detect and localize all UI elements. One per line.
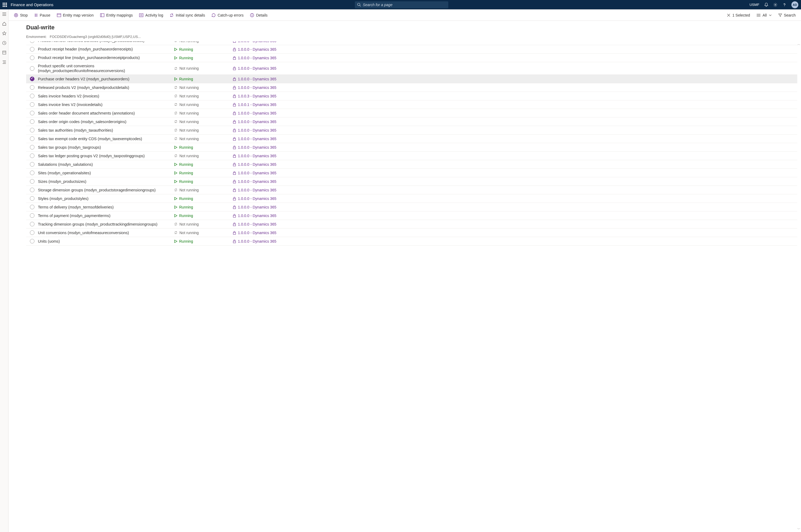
row-checkbox[interactable] [30,230,35,235]
row-version[interactable]: 1.0.0.0 - Dynamics 365 [233,66,797,71]
row-name[interactable]: Terms of delivery (msdyn_termsofdeliveri… [38,204,174,211]
row-checkbox-cell[interactable] [26,171,38,175]
global-search[interactable] [355,1,448,8]
table-row[interactable]: Product receipt line (msdyn_purchaseorde… [26,54,797,62]
row-name[interactable]: Sales order header document attachments … [38,110,174,117]
row-checkbox[interactable] [30,77,35,81]
row-name[interactable]: Sales tax exempt code entity CDS (msdyn_… [38,135,174,142]
row-checkbox-cell[interactable] [26,196,38,201]
clear-selection-icon[interactable] [727,13,730,17]
row-name[interactable]: Sales invoice headers V2 (invoices) [38,92,174,100]
row-name[interactable]: Sales invoice lines V2 (invoicedetails) [38,101,174,108]
row-checkbox-cell[interactable] [26,222,38,226]
row-checkbox[interactable] [30,102,35,107]
row-name[interactable]: Product receipt header (msdyn_purchaseor… [38,45,174,53]
row-checkbox-cell[interactable] [26,136,38,141]
row-version[interactable]: 1.0.0.0 - Dynamics 365 [233,41,797,43]
row-checkbox-cell[interactable] [26,56,38,60]
row-checkbox[interactable] [30,213,35,218]
row-version[interactable]: 1.0.0.0 - Dynamics 365 [233,111,797,115]
row-checkbox-cell[interactable] [26,77,38,81]
table-row[interactable]: Sales invoice lines V2 (invoicedetails)N… [26,100,797,109]
row-version[interactable]: 1.0.0.0 - Dynamics 365 [233,213,797,218]
row-checkbox-cell[interactable] [26,119,38,124]
row-version[interactable]: 1.0.0.0 - Dynamics 365 [233,162,797,167]
row-version[interactable]: 1.0.0.0 - Dynamics 365 [233,196,797,201]
row-checkbox-cell[interactable] [26,205,38,209]
catchup-errors-button[interactable]: Catch-up errors [211,13,244,17]
hamburger-icon[interactable] [2,12,7,17]
table-row[interactable]: Sales order origin codes (msdyn_salesord… [26,117,797,126]
row-name[interactable]: Terms of payment (msdyn_paymentterms) [38,212,174,220]
table-row[interactable]: Product receipt header (msdyn_purchaseor… [26,45,797,54]
row-checkbox-cell[interactable] [26,94,38,98]
table-row[interactable]: Styles (msdyn_productstyles)Running1.0.0… [26,194,797,203]
row-checkbox-cell[interactable] [26,41,38,43]
row-name[interactable]: Product Number Identified Barcode (msdyn… [38,41,174,44]
row-checkbox-cell[interactable] [26,239,38,244]
user-avatar[interactable]: AD [792,1,798,8]
table-row[interactable]: Sizes (msdyn_productsizes)Running1.0.0.0… [26,177,797,186]
row-checkbox[interactable] [30,41,35,43]
row-name[interactable]: Sites (msdyn_operationalsites) [38,169,174,177]
table-row[interactable]: Unit conversions (msdyn_unitofmeasurecon… [26,228,797,237]
row-name[interactable]: Tracking dimension groups (msdyn_product… [38,221,174,228]
scroll-down-icon[interactable]: ﹀ [797,527,800,531]
row-checkbox-cell[interactable] [26,162,38,167]
row-version[interactable]: 1.0.0.0 - Dynamics 365 [233,231,797,235]
table-row[interactable]: Units (uoms)Running1.0.0.0 - Dynamics 36… [26,237,797,246]
table-row[interactable]: Sales tax ledger posting groups V2 (msdy… [26,152,797,160]
row-name[interactable]: Sales tax authorities (msdyn_taxauthorit… [38,127,174,134]
row-checkbox[interactable] [30,171,35,175]
row-name[interactable]: Storage dimension groups (msdyn_products… [38,186,174,194]
row-checkbox[interactable] [30,179,35,184]
table-row[interactable]: Purchase order headers V2 (msdyn_purchas… [26,75,797,83]
activity-log-button[interactable]: Activity log [139,13,163,17]
table-row[interactable]: Terms of payment (msdyn_paymentterms)Run… [26,211,797,220]
details-button[interactable]: Details [250,13,268,17]
row-checkbox[interactable] [30,153,35,158]
row-name[interactable]: Unit conversions (msdyn_unitofmeasurecon… [38,229,174,236]
row-name[interactable]: Sales tax ledger posting groups V2 (msdy… [38,152,174,159]
row-version[interactable]: 1.0.0.0 - Dynamics 365 [233,222,797,226]
table-row[interactable]: Released products V2 (msdyn_sharedproduc… [26,83,797,92]
row-checkbox-cell[interactable] [26,188,38,192]
table-row[interactable]: Terms of delivery (msdyn_termsofdeliveri… [26,203,797,211]
table-row[interactable]: Tracking dimension groups (msdyn_product… [26,220,797,228]
row-version[interactable]: 1.0.0.0 - Dynamics 365 [233,179,797,184]
row-checkbox-cell[interactable] [26,213,38,218]
row-version[interactable]: 1.0.0.0 - Dynamics 365 [233,145,797,150]
row-version[interactable]: 1.0.0.0 - Dynamics 365 [233,137,797,141]
row-checkbox[interactable] [30,239,35,244]
row-name[interactable]: Purchase order headers V2 (msdyn_purchas… [38,75,174,83]
row-version[interactable]: 1.0.0.1 - Dynamics 365 [233,102,797,107]
table-row[interactable]: Sales order header document attachments … [26,109,797,117]
row-checkbox-cell[interactable] [26,85,38,90]
table-row[interactable]: Sales invoice headers V2 (invoices)Not r… [26,92,797,100]
global-search-input[interactable] [355,1,448,8]
row-version[interactable]: 1.0.0.0 - Dynamics 365 [233,205,797,209]
row-version[interactable]: 1.0.0.0 - Dynamics 365 [233,77,797,81]
row-name[interactable]: Sizes (msdyn_productsizes) [38,178,174,185]
row-checkbox-cell[interactable] [26,102,38,107]
row-name[interactable]: Sales order origin codes (msdyn_salesord… [38,118,174,126]
row-checkbox[interactable] [30,119,35,124]
row-checkbox[interactable] [30,128,35,132]
selection-count[interactable]: 1 Selected [727,13,750,17]
row-version[interactable]: 1.0.0.0 - Dynamics 365 [233,239,797,244]
legal-entity[interactable]: USMF [749,3,759,7]
table-row[interactable]: Sites (msdyn_operationalsites)Running1.0… [26,169,797,177]
help-icon[interactable] [782,3,787,7]
row-checkbox[interactable] [30,188,35,192]
table-row[interactable]: Sales tax exempt code entity CDS (msdyn_… [26,135,797,143]
row-checkbox[interactable] [30,47,35,52]
row-checkbox-cell[interactable] [26,66,38,71]
row-checkbox[interactable] [30,196,35,201]
table-row[interactable]: Storage dimension groups (msdyn_products… [26,186,797,194]
row-checkbox[interactable] [30,66,35,71]
home-icon[interactable] [2,21,7,26]
row-checkbox-cell[interactable] [26,47,38,52]
modules-icon[interactable] [2,60,7,64]
row-name[interactable]: Styles (msdyn_productstyles) [38,195,174,202]
row-checkbox[interactable] [30,111,35,115]
